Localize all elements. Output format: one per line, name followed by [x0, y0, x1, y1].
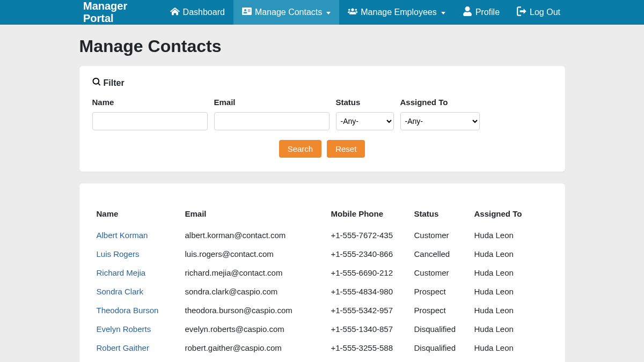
contact-email: albert.korman@contact.com — [181, 226, 327, 245]
contact-email: robert.gaither@caspio.com — [181, 338, 327, 357]
contact-email: theodora.burson@caspio.com — [181, 301, 327, 320]
contact-assigned: Huda Leon — [470, 263, 552, 282]
contact-name-link[interactable]: Luis Rogers — [97, 249, 140, 258]
nav-logout-label: Log Out — [530, 8, 560, 17]
filter-assigned-select[interactable]: -Any- — [400, 112, 480, 130]
nav-items: Dashboard Manage Contacts Manage Employe… — [162, 0, 569, 25]
contact-status: Prospect — [410, 301, 470, 320]
col-header-assigned: Assigned To — [470, 206, 552, 226]
contact-phone: +1-555-4834-980 — [327, 282, 410, 301]
navbar: Manager Portal Dashboard Manage Contacts… — [0, 0, 644, 25]
contact-name-link[interactable]: Theodora Burson — [97, 306, 159, 315]
contact-phone: +1-555-6924-170 — [327, 357, 410, 362]
nav-profile[interactable]: Profile — [454, 0, 508, 25]
contact-phone: +1-555-7672-435 — [327, 226, 410, 245]
contact-assigned: Huda Leon — [470, 338, 552, 357]
contact-email: luis.rogers@contact.com — [181, 245, 327, 263]
contact-status: Cancelled — [410, 245, 470, 263]
table-row: Richard Mejiarichard.mejia@contact.com+1… — [92, 263, 552, 282]
table-row: Theodora Bursontheodora.burson@caspio.co… — [92, 301, 552, 320]
filter-email-group: Email — [214, 98, 330, 130]
contact-email: sarah.stauffer@caspio.com — [181, 357, 327, 362]
user-icon — [463, 6, 472, 18]
contact-status: Disqualified — [410, 320, 470, 338]
col-header-email: Email — [181, 206, 327, 226]
page-title: Manage Contacts — [79, 36, 565, 56]
contact-status: Cancelled — [410, 357, 470, 362]
contact-assigned: Huda Leon — [470, 226, 552, 245]
contact-phone: +1-555-3255-588 — [327, 338, 410, 357]
filter-card: Filter Name Email Status -Any- Assigned … — [79, 66, 565, 172]
filter-header-label: Filter — [104, 78, 125, 88]
id-card-icon — [242, 6, 252, 18]
contact-assigned: Huda Leon — [470, 301, 552, 320]
contact-email: evelyn.roberts@caspio.com — [181, 320, 327, 338]
filter-status-group: Status -Any- — [336, 98, 394, 130]
nav-employees-label: Manage Employees — [361, 8, 436, 17]
nav-dashboard[interactable]: Dashboard — [162, 0, 233, 25]
contact-name-link[interactable]: Richard Mejia — [97, 268, 146, 277]
contact-phone: +1-555-5342-957 — [327, 301, 410, 320]
search-icon — [92, 78, 100, 88]
contact-name-link[interactable]: Albert Korman — [97, 231, 148, 240]
users-icon — [348, 6, 357, 18]
filter-assigned-group: Assigned To -Any- — [400, 98, 480, 130]
nav-manage-employees[interactable]: Manage Employees — [339, 0, 453, 25]
caret-down-icon — [326, 12, 331, 14]
contact-assigned: Huda Leon — [470, 245, 552, 263]
filter-name-label: Name — [92, 98, 208, 107]
contact-email: richard.mejia@contact.com — [181, 263, 327, 282]
caret-down-icon — [441, 12, 445, 14]
contact-assigned: Huda Leon — [470, 320, 552, 338]
nav-manage-contacts[interactable]: Manage Contacts — [233, 0, 339, 25]
nav-profile-label: Profile — [475, 8, 500, 17]
filter-email-label: Email — [214, 98, 330, 107]
contact-status: Prospect — [410, 282, 470, 301]
contact-name-link[interactable]: Robert Gaither — [97, 343, 149, 352]
nav-contacts-label: Manage Contacts — [255, 8, 322, 17]
contact-name-link[interactable]: Sondra Clark — [97, 287, 144, 296]
filter-status-select[interactable]: -Any- — [336, 112, 394, 130]
col-header-status: Status — [410, 206, 470, 226]
table-row: Evelyn Robertsevelyn.roberts@caspio.com+… — [92, 320, 552, 338]
reset-button[interactable]: Reset — [327, 140, 365, 158]
contact-phone: +1-555-1340-857 — [327, 320, 410, 338]
table-row: Robert Gaitherrobert.gaither@caspio.com+… — [92, 338, 552, 357]
contact-name-link[interactable]: Evelyn Roberts — [97, 324, 151, 334]
contact-assigned: Huda Leon — [470, 357, 552, 362]
filter-email-input[interactable] — [214, 112, 330, 130]
contacts-table: Name Email Mobile Phone Status Assigned … — [92, 206, 552, 362]
nav-dashboard-label: Dashboard — [183, 8, 225, 17]
table-row: Luis Rogersluis.rogers@contact.com+1-555… — [92, 245, 552, 263]
table-row: Sarah Stauffersarah.stauffer@caspio.com+… — [92, 357, 552, 362]
filter-assigned-label: Assigned To — [400, 98, 480, 107]
contact-status: Disqualified — [410, 338, 470, 357]
filter-name-input[interactable] — [92, 112, 208, 130]
search-button[interactable]: Search — [279, 140, 322, 158]
contact-email: sondra.clark@caspio.com — [181, 282, 327, 301]
contact-status: Customer — [410, 226, 470, 245]
logout-icon — [517, 6, 526, 18]
filter-name-group: Name — [92, 98, 208, 130]
contact-phone: +1-555-6690-212 — [327, 263, 410, 282]
filter-header: Filter — [92, 78, 552, 88]
brand-title: Manager Portal — [83, 0, 162, 25]
table-row: Albert Kormanalbert.korman@contact.com+1… — [92, 226, 552, 245]
contact-phone: +1-555-2340-866 — [327, 245, 410, 263]
col-header-name: Name — [92, 206, 181, 226]
contacts-table-card: Name Email Mobile Phone Status Assigned … — [79, 183, 565, 362]
contact-status: Customer — [410, 263, 470, 282]
table-row: Sondra Clarksondra.clark@caspio.com+1-55… — [92, 282, 552, 301]
col-header-phone: Mobile Phone — [327, 206, 410, 226]
nav-logout[interactable]: Log Out — [508, 0, 569, 25]
filter-status-label: Status — [336, 98, 394, 107]
contact-assigned: Huda Leon — [470, 282, 552, 301]
home-icon — [170, 6, 180, 18]
